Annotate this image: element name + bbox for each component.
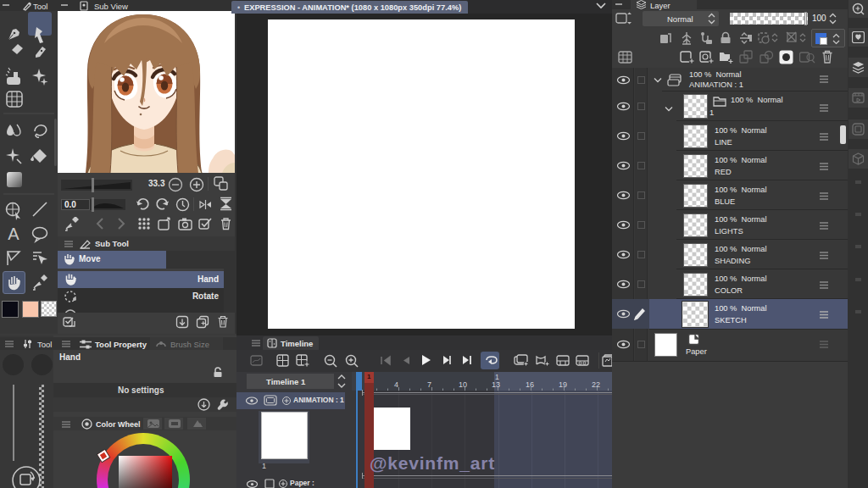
svg-text:A: A — [8, 225, 19, 243]
